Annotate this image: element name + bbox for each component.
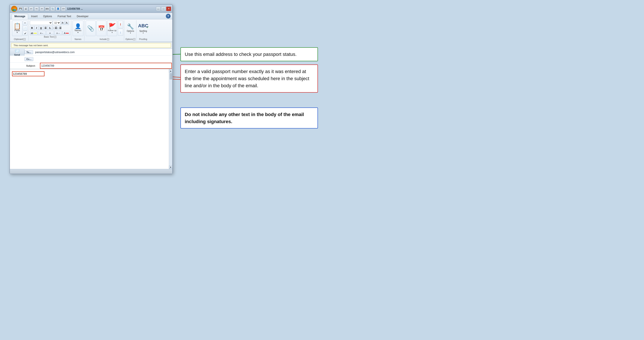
names-label: Names xyxy=(74,29,82,32)
font-name-select[interactable] xyxy=(30,21,52,25)
paste-button[interactable]: 📋 Paste ▼ xyxy=(12,21,22,36)
clipboard-small-buttons: ✂ 📄 🖌 xyxy=(23,21,28,36)
red-annotation-box: Enter a valid passport number exactly as… xyxy=(180,65,318,93)
tab-message[interactable]: Message xyxy=(12,14,28,19)
options-expand[interactable]: ⌗ xyxy=(133,38,135,40)
options-icon: 🔧 xyxy=(127,23,134,30)
options-group-label: Options ⌗ xyxy=(126,38,135,40)
window-controls: — □ ✕ xyxy=(156,7,171,11)
color-row: ab ≡← ≡ ≡→ A xyxy=(30,31,70,35)
font-color-button[interactable]: A xyxy=(62,31,70,35)
clipboard-expand[interactable]: ⌗ xyxy=(24,38,26,40)
align-center-button[interactable]: ≡ xyxy=(46,31,54,35)
proofing-group: ABC ✓ Spelling ▼ Proofing xyxy=(137,20,149,41)
grow-font-button[interactable]: A↑ xyxy=(61,21,65,25)
ribbon-toolbar: 📋 Paste ▼ ✂ 📄 🖌 Clipboard ⌗ xyxy=(10,19,172,42)
email-body[interactable]: 123456789 ▲ ▼ xyxy=(10,69,172,169)
followup-button[interactable]: 🚩 Follow Up ▼ xyxy=(107,21,117,36)
bold-button[interactable]: B xyxy=(30,26,34,30)
title-bar: 💾 🖨 ↩ ↪ ✂ abc 📎 👤 >> 123456789 ... — □ ✕ xyxy=(10,5,172,13)
redo-btn[interactable]: ↪ xyxy=(34,7,39,11)
spelling-button[interactable]: ABC ✓ Spelling ▼ xyxy=(138,21,148,36)
font-size-select[interactable]: 11 xyxy=(53,21,60,25)
abc-check-icon: ABC ✓ xyxy=(138,23,148,29)
message-header: This message has not been sent. xyxy=(10,42,172,49)
to-row: 📨 Send To... xyxy=(10,49,172,56)
paste-label: Paste xyxy=(14,29,20,32)
font-size-buttons: A↑ A↓ xyxy=(61,21,69,25)
include-expand[interactable]: ⌗ xyxy=(107,38,109,40)
clipboard-group: 📋 Paste ▼ ✂ 📄 🖌 Clipboard ⌗ xyxy=(11,20,28,41)
cut-button[interactable]: ✂ xyxy=(23,21,28,25)
blue-annotation-text: Do not include any other text in the bod… xyxy=(185,112,304,124)
underline-button[interactable]: U xyxy=(39,26,43,30)
send-button[interactable]: 📨 Send xyxy=(10,49,24,56)
include-group-label: Include ⌗ xyxy=(100,38,109,40)
low-priority-button[interactable]: ↓ xyxy=(118,29,123,36)
save-btn[interactable]: 💾 xyxy=(18,7,23,11)
indent-button[interactable]: →☰ xyxy=(52,26,57,30)
followup-label: Follow Up xyxy=(108,30,116,32)
basic-text-expand[interactable]: ⌗ xyxy=(54,36,56,38)
cc-input[interactable] xyxy=(34,56,172,62)
paste-dropdown: ▼ xyxy=(16,32,18,34)
more-btn[interactable]: >> xyxy=(61,7,66,11)
clipboard-label: Clipboard ⌗ xyxy=(14,38,26,40)
align-left-button[interactable]: ≡← xyxy=(38,31,46,35)
numbering-button[interactable]: 1. xyxy=(48,26,52,30)
align-right-button[interactable]: ≡→ xyxy=(54,31,62,35)
names-button[interactable]: 👤 Names ▼ xyxy=(72,21,83,36)
to-input[interactable] xyxy=(34,49,172,55)
green-annotation-text: Use this email address to check your pas… xyxy=(185,52,297,57)
scroll-thumb xyxy=(170,73,172,80)
highlight-color-button[interactable]: ab xyxy=(30,31,38,35)
outlook-window: 💾 🖨 ↩ ↪ ✂ abc 📎 👤 >> 123456789 ... — □ ✕… xyxy=(10,4,173,174)
scroll-down-button[interactable]: ▼ xyxy=(169,165,172,169)
abc-btn[interactable]: abc xyxy=(45,7,50,11)
calendar-button[interactable]: 📅 xyxy=(96,21,106,36)
basic-text-group: 11 A↑ A↓ B I U ☰ 1. →☰ ←☰ xyxy=(29,20,71,41)
paste-icon: 📋 xyxy=(14,23,21,29)
undo-btn[interactable]: ↩ xyxy=(29,7,34,11)
subject-input[interactable] xyxy=(40,63,172,69)
print-btn[interactable]: 🖨 xyxy=(24,7,28,11)
tab-format-text[interactable]: Format Text xyxy=(55,14,74,19)
send-label: Send xyxy=(14,54,20,56)
attach-file-button[interactable]: 📎 xyxy=(86,21,96,36)
tab-options[interactable]: Options xyxy=(40,14,54,19)
shrink-font-button[interactable]: A↓ xyxy=(65,21,69,25)
blue-annotation-box: Do not include any other text in the bod… xyxy=(180,108,318,129)
green-annotation-box: Use this email address to check your pas… xyxy=(180,47,318,61)
names-group-label: Names xyxy=(74,38,82,40)
maximize-button[interactable]: □ xyxy=(161,7,166,11)
help-button[interactable]: ? xyxy=(166,14,170,19)
minimize-button[interactable]: — xyxy=(156,7,161,11)
close-button[interactable]: ✕ xyxy=(166,7,171,11)
copy-button[interactable]: 📄 xyxy=(23,26,28,31)
email-fields: 📨 Send To... Cc... Subject: xyxy=(10,49,172,69)
body-content: 123456789 xyxy=(10,69,172,79)
tab-developer[interactable]: Developer xyxy=(74,14,91,19)
subject-row: Subject: xyxy=(10,63,172,69)
attach-tb-btn[interactable]: 📎 xyxy=(50,7,55,11)
format-painter-button[interactable]: 🖌 xyxy=(23,31,28,36)
calendar-icon: 📅 xyxy=(98,25,105,32)
highlight-indicator xyxy=(34,33,37,34)
status-bar xyxy=(10,169,172,174)
bullets-button[interactable]: ☰ xyxy=(44,26,48,30)
window-title: 123456789 ... xyxy=(67,7,156,10)
italic-button[interactable]: I xyxy=(34,26,39,30)
tab-insert[interactable]: Insert xyxy=(28,14,40,19)
contacts-btn[interactable]: 👤 xyxy=(56,7,60,11)
scroll-up-button[interactable]: ▲ xyxy=(169,69,172,73)
options-button[interactable]: 🔧 Options ▼ xyxy=(126,21,135,36)
cc-button[interactable]: Cc... xyxy=(24,57,33,61)
high-priority-button[interactable]: ! xyxy=(118,21,123,28)
cut-btn[interactable]: ✂ xyxy=(40,7,44,11)
scroll-track[interactable] xyxy=(169,73,172,165)
outdent-button[interactable]: ←☰ xyxy=(57,26,61,30)
to-button[interactable]: To... xyxy=(24,50,33,54)
subject-label: Subject: xyxy=(24,65,40,67)
format-row: B I U ☰ 1. →☰ ←☰ xyxy=(30,26,70,30)
scrollbar[interactable]: ▲ ▼ xyxy=(169,69,172,169)
